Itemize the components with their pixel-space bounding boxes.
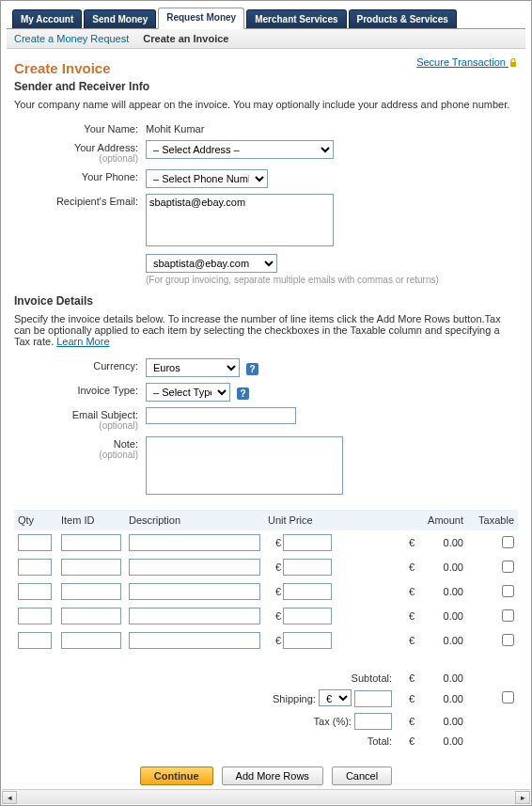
note-textarea[interactable] <box>146 436 343 495</box>
unit-price-input[interactable] <box>283 583 332 600</box>
amount-value: 0.00 <box>415 610 471 622</box>
group-invoicing-hint: (For group invoicing, separate multiple … <box>146 275 518 285</box>
amount-currency: € <box>343 537 415 548</box>
secure-transaction-link[interactable]: Secure Transaction <box>416 56 518 68</box>
description-input[interactable] <box>129 559 260 576</box>
invoice-type-select[interactable]: – Select Type – <box>146 383 230 402</box>
header-description: Description <box>129 514 268 526</box>
shipping-amount-input[interactable] <box>354 690 392 707</box>
subtotal-currency: € <box>398 672 415 684</box>
scroll-track[interactable] <box>17 791 515 804</box>
add-more-rows-button[interactable]: Add More Rows <box>222 766 323 785</box>
amount-currency: € <box>343 610 415 622</box>
header-qty: Qty <box>18 514 61 526</box>
sender-hint: Your company name will appear on the inv… <box>14 99 518 110</box>
button-row: Continue Add More Rows Cancel <box>14 766 518 785</box>
horizontal-scrollbar[interactable]: ◂ ▸ <box>2 789 530 804</box>
phone-select[interactable]: – Select Phone Number – <box>146 169 268 188</box>
subtotal-value: 0.00 <box>415 672 471 684</box>
table-row: €€0.00 <box>14 530 518 555</box>
email-subject-label: Email Subject: (optional) <box>14 407 146 431</box>
tab-merchant-services[interactable]: Merchant Services <box>246 9 346 28</box>
amount-currency: € <box>343 561 415 573</box>
taxable-checkbox[interactable] <box>502 634 514 646</box>
qty-input[interactable] <box>18 583 52 600</box>
your-name-value: Mohit Kumar <box>146 121 518 134</box>
address-select[interactable]: – Select Address – <box>146 140 334 159</box>
qty-input[interactable] <box>18 632 52 649</box>
shipping-label: Shipping: € <box>18 689 398 707</box>
sub-tabs: Create a Money Request Create an Invoice <box>7 29 525 49</box>
sender-section-title: Sender and Receiver Info <box>14 80 518 93</box>
email-subject-input[interactable] <box>146 407 296 424</box>
tax-value: 0.00 <box>415 716 471 727</box>
item-id-input[interactable] <box>61 632 121 649</box>
tab-my-account[interactable]: My Account <box>12 9 82 28</box>
amount-value: 0.00 <box>415 586 471 597</box>
scroll-right-arrow-icon[interactable]: ▸ <box>515 791 530 804</box>
line-item-table: Qty Item ID Description Unit Price Amoun… <box>14 510 518 653</box>
shipping-currency-select[interactable]: € <box>319 689 352 706</box>
help-icon[interactable]: ? <box>246 363 258 375</box>
learn-more-link[interactable]: Learn More <box>56 336 109 347</box>
header-taxable: Taxable <box>471 514 514 526</box>
tab-products-services[interactable]: Products & Services <box>349 9 457 28</box>
header-unit-price: Unit Price <box>268 514 343 526</box>
table-header: Qty Item ID Description Unit Price Amoun… <box>14 510 518 530</box>
continue-button[interactable]: Continue <box>140 766 213 785</box>
shipping-currency: € <box>398 693 415 704</box>
header-amount: Amount <box>343 514 471 526</box>
subtab-create-invoice[interactable]: Create an Invoice <box>143 33 228 44</box>
your-phone-label: Your Phone: <box>14 169 146 188</box>
qty-input[interactable] <box>18 608 52 624</box>
qty-input[interactable] <box>18 559 52 576</box>
amount-currency: € <box>343 635 415 646</box>
recipient-email-select[interactable]: sbaptista@ebay.com <box>146 254 277 273</box>
details-hint: Specify the invoice details below. To in… <box>14 313 518 347</box>
main-tabs: My Account Send Money Request Money Merc… <box>7 7 525 29</box>
qty-input[interactable] <box>18 534 52 551</box>
tax-percent-input[interactable] <box>354 713 392 730</box>
description-input[interactable] <box>129 632 260 649</box>
subtab-create-money-request[interactable]: Create a Money Request <box>14 33 129 44</box>
shipping-value: 0.00 <box>415 693 471 704</box>
tax-label: Tax (%): <box>18 713 398 730</box>
unit-currency: € <box>268 610 281 622</box>
header-item-id: Item ID <box>61 514 129 526</box>
cancel-button[interactable]: Cancel <box>332 766 392 785</box>
scroll-left-arrow-icon[interactable]: ◂ <box>2 791 17 804</box>
item-id-input[interactable] <box>61 583 121 600</box>
item-id-input[interactable] <box>61 559 121 576</box>
unit-price-input[interactable] <box>283 632 332 649</box>
amount-value: 0.00 <box>415 537 471 548</box>
unit-price-input[interactable] <box>283 608 332 624</box>
item-id-input[interactable] <box>61 608 121 624</box>
amount-currency: € <box>343 586 415 597</box>
note-label: Note: (optional) <box>14 436 146 497</box>
description-input[interactable] <box>129 608 260 624</box>
description-input[interactable] <box>129 583 260 600</box>
total-label: Total: <box>18 735 398 747</box>
recipient-email-label: Recipient's Email: <box>14 194 146 285</box>
unit-price-input[interactable] <box>283 559 332 576</box>
summary: Subtotal: € 0.00 Shipping: € € 0.00 <box>14 670 518 750</box>
item-id-input[interactable] <box>61 534 121 551</box>
table-row: €€0.00 <box>14 555 518 579</box>
tab-send-money[interactable]: Send Money <box>84 9 156 28</box>
taxable-checkbox[interactable] <box>502 609 514 622</box>
lock-icon <box>509 58 518 68</box>
unit-currency: € <box>268 635 281 646</box>
tab-request-money[interactable]: Request Money <box>158 8 244 29</box>
your-address-label: Your Address: (optional) <box>14 140 146 164</box>
taxable-checkbox[interactable] <box>502 536 514 548</box>
description-input[interactable] <box>129 534 260 551</box>
unit-price-input[interactable] <box>283 534 332 551</box>
taxable-checkbox[interactable] <box>502 585 514 597</box>
subtotal-label: Subtotal: <box>18 672 398 684</box>
recipient-email-textarea[interactable] <box>146 194 334 246</box>
currency-select[interactable]: Euros <box>146 358 240 377</box>
help-icon[interactable]: ? <box>237 387 249 400</box>
taxable-checkbox[interactable] <box>502 561 514 573</box>
your-name-label: Your Name: <box>14 121 146 134</box>
shipping-taxable-checkbox[interactable] <box>502 691 514 703</box>
